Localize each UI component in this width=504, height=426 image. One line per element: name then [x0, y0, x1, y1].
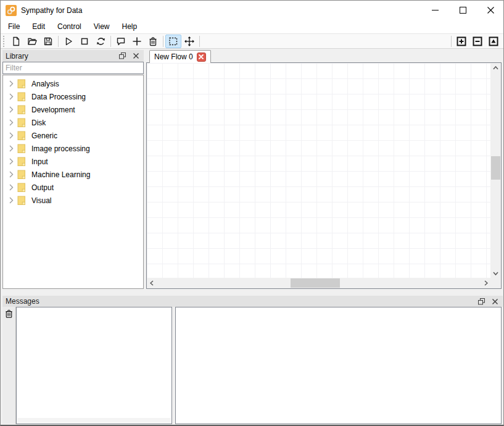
- chevron-right-icon[interactable]: [7, 119, 15, 126]
- delete-selected-button[interactable]: [145, 35, 161, 48]
- horizontal-scrollbar[interactable]: [147, 278, 490, 288]
- reload-flow-button[interactable]: [93, 35, 109, 48]
- float-panel-icon[interactable]: [477, 297, 485, 306]
- library-item-label: Data Processing: [31, 93, 86, 101]
- flow-canvas[interactable]: [147, 63, 490, 278]
- chevron-right-icon[interactable]: [7, 145, 15, 152]
- library-panel-header: Library: [2, 50, 144, 62]
- stop-execution-button[interactable]: [76, 35, 93, 48]
- toolbar-separator: [110, 36, 111, 47]
- library-item-image-processing[interactable]: Image processing: [3, 142, 143, 155]
- menu-item-file[interactable]: File: [2, 20, 26, 33]
- library-item-input[interactable]: Input: [3, 155, 143, 168]
- chevron-right-icon[interactable]: [7, 106, 15, 113]
- library-item-visual[interactable]: Visual: [3, 194, 143, 207]
- folder-icon: [17, 105, 27, 115]
- stop-icon: [80, 36, 89, 46]
- chevron-right-icon[interactable]: [7, 80, 15, 87]
- trash-icon: [4, 309, 14, 320]
- refresh-icon: [96, 36, 106, 46]
- app-window: Sympathy for Data FileEditControlViewHel…: [0, 0, 504, 426]
- chevron-right-icon[interactable]: [7, 171, 15, 178]
- library-filter-input[interactable]: [2, 62, 144, 74]
- folder-icon: [17, 196, 27, 206]
- library-item-label: Input: [31, 157, 48, 166]
- zoom-fit-icon: [489, 36, 498, 46]
- zoom-out-icon: [473, 36, 482, 46]
- close-panel-icon[interactable]: [490, 297, 499, 306]
- chevron-right-icon[interactable]: [7, 93, 15, 100]
- maximize-button[interactable]: [449, 1, 477, 20]
- zoom-in-icon: [456, 36, 466, 46]
- clear-messages-button[interactable]: [4, 309, 15, 320]
- toolbar-separator: [58, 36, 59, 47]
- library-item-output[interactable]: Output: [3, 181, 143, 194]
- messages-detail-pane[interactable]: [175, 307, 502, 424]
- insert-text-field-button[interactable]: [113, 35, 129, 48]
- menu-item-view[interactable]: View: [88, 20, 116, 33]
- zoom-out-button[interactable]: [469, 35, 485, 48]
- selection-tool-button[interactable]: [165, 35, 181, 48]
- chevron-right-icon[interactable]: [7, 197, 15, 204]
- messages-panel-header: Messages: [2, 296, 503, 307]
- library-item-analysis[interactable]: Analysis: [3, 77, 143, 90]
- folder-icon: [17, 183, 27, 193]
- library-item-generic[interactable]: Generic: [3, 129, 143, 142]
- library-item-label: Generic: [31, 132, 57, 140]
- scroll-right-icon[interactable]: [481, 278, 490, 288]
- library-item-label: Development: [31, 106, 75, 114]
- toolbar-drag-handle[interactable]: [3, 36, 6, 47]
- library-item-data-processing[interactable]: Data Processing: [3, 90, 143, 103]
- toolbar-separator: [199, 36, 200, 47]
- library-item-machine-learning[interactable]: Machine Learning: [3, 168, 143, 181]
- scroll-down-icon[interactable]: [490, 269, 501, 278]
- vertical-scrollbar[interactable]: [490, 63, 501, 278]
- title-bar: Sympathy for Data: [1, 1, 504, 20]
- scroll-up-icon[interactable]: [490, 63, 501, 72]
- menu-item-control[interactable]: Control: [51, 20, 88, 33]
- float-panel-icon[interactable]: [118, 52, 126, 61]
- vertical-scrollbar-thumb[interactable]: [491, 156, 500, 180]
- folder-icon: [17, 131, 27, 141]
- new-file-icon: [11, 36, 21, 46]
- menu-bar: FileEditControlViewHelp: [1, 20, 504, 33]
- library-item-label: Image processing: [31, 144, 90, 153]
- tab-label: New Flow 0: [154, 52, 193, 61]
- chevron-right-icon[interactable]: [7, 132, 15, 139]
- zoom-fit-button[interactable]: [485, 35, 502, 48]
- insert-node-button[interactable]: [129, 35, 145, 48]
- folder-icon: [17, 118, 27, 128]
- tab-new-flow-0[interactable]: New Flow 0: [149, 50, 211, 63]
- minimize-button[interactable]: [421, 1, 449, 20]
- chevron-right-icon[interactable]: [7, 184, 15, 191]
- toolbar: [1, 33, 504, 49]
- chevron-right-icon[interactable]: [7, 158, 15, 165]
- open-folder-icon: [27, 36, 38, 46]
- new-flow-button[interactable]: [8, 35, 24, 48]
- folder-icon: [17, 79, 27, 89]
- horizontal-scrollbar-thumb[interactable]: [291, 278, 340, 288]
- library-item-label: Visual: [31, 196, 51, 205]
- flow-canvas-frame: [146, 62, 502, 289]
- menu-item-help[interactable]: Help: [116, 20, 144, 33]
- menu-item-edit[interactable]: Edit: [26, 20, 51, 33]
- open-flow-button[interactable]: [24, 35, 40, 48]
- play-icon: [64, 36, 73, 46]
- library-item-development[interactable]: Development: [3, 103, 143, 116]
- close-panel-icon[interactable]: [131, 52, 140, 61]
- tab-close-button[interactable]: [197, 52, 206, 62]
- folder-icon: [17, 170, 27, 180]
- save-flow-button[interactable]: [40, 35, 56, 48]
- zoom-in-button[interactable]: [453, 35, 469, 48]
- messages-panel-title: Messages: [6, 297, 472, 306]
- save-icon: [43, 36, 53, 46]
- trash-icon: [148, 36, 158, 46]
- folder-icon: [17, 92, 27, 102]
- scroll-left-icon[interactable]: [147, 278, 156, 288]
- execute-flow-button[interactable]: [60, 35, 76, 48]
- folder-icon: [17, 144, 27, 154]
- pan-tool-button[interactable]: [181, 35, 197, 48]
- close-button[interactable]: [477, 1, 504, 20]
- library-item-disk[interactable]: Disk: [3, 116, 143, 129]
- messages-list-pane[interactable]: [16, 307, 172, 424]
